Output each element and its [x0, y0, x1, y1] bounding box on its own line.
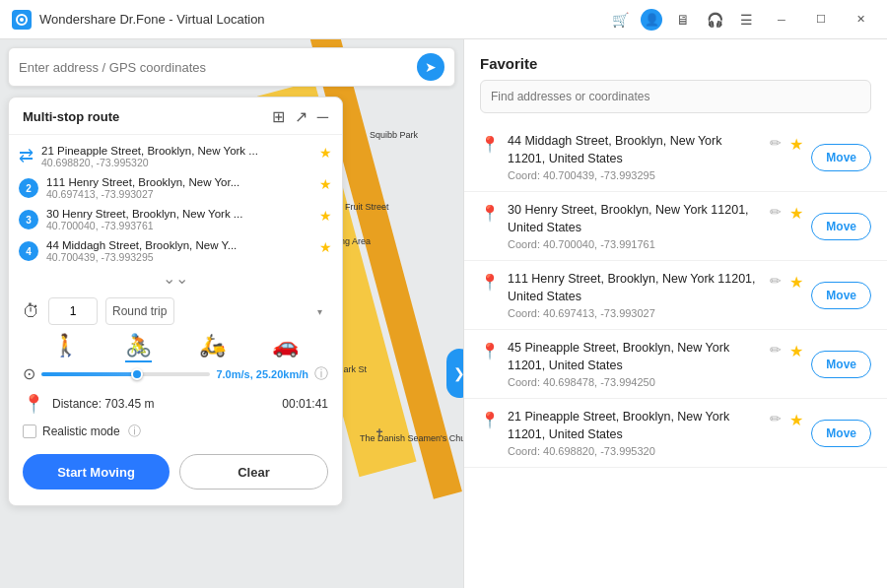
clear-button[interactable]: Clear [179, 454, 328, 490]
cart-icon[interactable]: 🛒 [609, 9, 631, 31]
more-stops-toggle[interactable]: ⌄⌄ [9, 267, 342, 290]
close-button[interactable]: ✕ [846, 9, 875, 31]
controls-row: ⏱ Round trip One-way Loop [9, 290, 342, 329]
monitor-icon[interactable]: 🖥 [672, 9, 694, 31]
fav-move-button-3[interactable]: Move [811, 282, 871, 309]
distance-label: Distance: 703.45 m [52, 397, 154, 411]
svg-point-1 [20, 18, 24, 22]
route-export-icon[interactable]: ↗ [295, 107, 307, 126]
fav-edit-icon-1[interactable]: ✏ [770, 135, 782, 151]
stop-info-4: 44 Middagh Street, Brooklyn, New Y... 40… [46, 239, 311, 263]
map-cross-icon: ✝ [375, 426, 384, 440]
right-panel: Favorite 📍 44 Middagh Street, Brooklyn, … [463, 39, 887, 588]
speed-value-label: 7.0m/s, 25.20km/h [216, 368, 308, 380]
fav-star-icon-2[interactable]: ★ [789, 204, 803, 223]
favorite-item-2: 📍 30 Henry Street, Brooklyn, New York 11… [464, 192, 887, 261]
fav-coords-5: Coord: 40.698820, -73.995320 [508, 445, 762, 457]
user-icon[interactable]: 👤 [641, 9, 662, 31]
transport-walk[interactable]: 🚶 [52, 333, 79, 359]
stop-num-3: 3 [19, 210, 38, 229]
stop-star-1[interactable]: ★ [319, 145, 332, 161]
fav-move-button-4[interactable]: Move [811, 351, 871, 378]
trip-type-select[interactable]: Round trip One-way Loop [105, 297, 174, 325]
fav-star-icon-1[interactable]: ★ [789, 135, 803, 154]
favorite-item-5: 📍 21 Pineapple Street, Brooklyn, New Yor… [464, 399, 887, 468]
speed-info-icon[interactable]: ⓘ [314, 365, 328, 383]
transport-scooter[interactable]: 🛵 [199, 333, 226, 359]
realistic-mode-info-icon[interactable]: ⓘ [128, 423, 141, 440]
fav-pin-icon-3: 📍 [480, 273, 500, 292]
stop-num-2: 2 [19, 178, 38, 198]
stop-coords-3: 40.700040, -73.993761 [46, 220, 311, 231]
fav-address-4: 45 Pineapple Street, Brooklyn, New York … [508, 340, 762, 374]
fav-coords-1: Coord: 40.700439, -73.993295 [508, 169, 762, 181]
transport-car[interactable]: 🚗 [272, 333, 299, 359]
fav-info-1: 44 Middagh Street, Brooklyn, New York 11… [508, 133, 762, 181]
stop-coords-4: 40.700439, -73.993295 [46, 251, 311, 263]
favorite-item-3: 📍 111 Henry Street, Brooklyn, New York 1… [464, 261, 887, 330]
fav-pin-icon-1: 📍 [480, 135, 500, 154]
title-bar: Wondershare Dr.Fone - Virtual Location 🛒… [0, 0, 887, 39]
map-panel-toggle[interactable]: ❯ [446, 349, 463, 398]
fav-edit-icon-2[interactable]: ✏ [770, 204, 782, 220]
maximize-button[interactable]: ☐ [806, 9, 836, 31]
transport-row: 🚶 🚴 🛵 🚗 [9, 329, 342, 362]
route-save-icon[interactable]: ⊞ [272, 107, 285, 126]
stop-star-3[interactable]: ★ [319, 208, 332, 224]
search-bar: ➤ [8, 47, 455, 87]
fav-star-icon-3[interactable]: ★ [789, 273, 803, 292]
headphone-icon[interactable]: 🎧 [704, 9, 725, 31]
route-stop-3: 3 30 Henry Street, Brooklyn, New York ..… [9, 204, 342, 235]
fav-address-1: 44 Middagh Street, Brooklyn, New York 11… [508, 133, 762, 167]
route-collapse-icon[interactable]: ─ [317, 108, 328, 126]
stop-info-1: 21 Pineapple Street, Brooklyn, New York … [41, 145, 311, 168]
distance-row: 📍 Distance: 703.45 m 00:01:41 [9, 389, 342, 419]
realistic-mode-checkbox[interactable] [23, 425, 36, 438]
title-bar-left: Wondershare Dr.Fone - Virtual Location [12, 10, 265, 30]
distance-icon: 📍 [23, 393, 44, 415]
fav-edit-icon-4[interactable]: ✏ [770, 342, 782, 358]
start-moving-button[interactable]: Start Moving [23, 454, 170, 490]
stop-info-3: 30 Henry Street, Brooklyn, New York ... … [46, 208, 311, 231]
fav-move-button-5[interactable]: Move [811, 420, 871, 447]
repeat-input[interactable] [48, 297, 98, 325]
minimize-button[interactable]: ─ [767, 9, 796, 31]
stop-star-2[interactable]: ★ [319, 176, 332, 192]
search-input[interactable] [19, 60, 417, 75]
repeat-icon: ⏱ [23, 301, 40, 322]
fav-coords-3: Coord: 40.697413, -73.993027 [508, 307, 762, 319]
fav-address-5: 21 Pineapple Street, Brooklyn, New York … [508, 409, 762, 443]
fav-star-icon-4[interactable]: ★ [789, 342, 803, 360]
fav-info-3: 111 Henry Street, Brooklyn, New York 112… [508, 271, 762, 319]
route-stop-1: ⇄ 21 Pineapple Street, Brooklyn, New Yor… [9, 141, 342, 172]
route-panel: Multi-stop route ⊞ ↗ ─ ⇄ 21 Pineapple St… [8, 97, 343, 506]
stop-address-4: 44 Middagh Street, Brooklyn, New Y... [46, 239, 311, 251]
speed-thumb[interactable] [131, 368, 143, 380]
fav-move-button-2[interactable]: Move [811, 213, 871, 240]
menu-icon[interactable]: ☰ [735, 9, 757, 31]
fav-edit-icon-3[interactable]: ✏ [770, 273, 782, 289]
fav-address-2: 30 Henry Street, Brooklyn, New York 1120… [508, 202, 762, 236]
search-submit-button[interactable]: ➤ [417, 53, 444, 81]
stop-num-4: 4 [19, 241, 38, 261]
fav-edit-icon-5[interactable]: ✏ [770, 411, 782, 426]
speed-row: ⊙ 7.0m/s, 25.20km/h ⓘ [9, 362, 342, 389]
stop-coords-1: 40.698820, -73.995320 [41, 157, 311, 168]
fav-move-button-1[interactable]: Move [811, 144, 871, 171]
realistic-mode-row: Realistic mode ⓘ [9, 419, 342, 444]
fav-star-icon-5[interactable]: ★ [789, 411, 803, 429]
favorite-item-4: 📍 45 Pineapple Street, Brooklyn, New Yor… [464, 330, 887, 399]
stop-star-4[interactable]: ★ [319, 239, 332, 255]
map-label-squibb: Squibb Park [370, 130, 418, 140]
favorite-title: Favorite [464, 39, 887, 80]
main-layout: Squibb Park Fruit Street Sitting Area Cl… [0, 39, 887, 588]
speed-slider[interactable] [41, 372, 210, 376]
stop-address-1: 21 Pineapple Street, Brooklyn, New York … [41, 145, 311, 157]
transport-bike[interactable]: 🚴 [125, 333, 152, 359]
speed-fill [41, 372, 134, 376]
left-panel: Squibb Park Fruit Street Sitting Area Cl… [0, 39, 463, 588]
app-title: Wondershare Dr.Fone - Virtual Location [39, 12, 265, 27]
fav-info-5: 21 Pineapple Street, Brooklyn, New York … [508, 409, 762, 457]
fav-coords-4: Coord: 40.698478, -73.994250 [508, 376, 762, 388]
favorite-search-input[interactable] [491, 90, 860, 103]
